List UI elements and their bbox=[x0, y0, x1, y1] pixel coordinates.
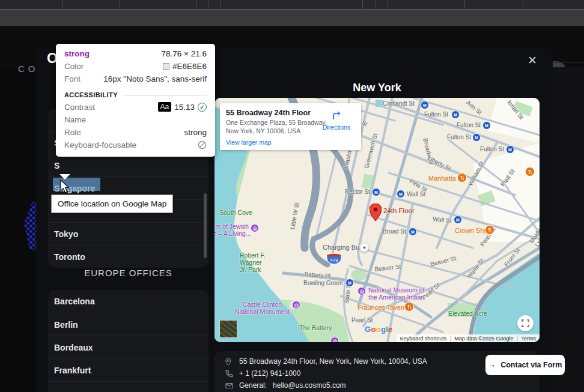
map-street-label: Rector St bbox=[345, 188, 370, 195]
museum-poi-icon[interactable] bbox=[330, 337, 339, 342]
not-focusable-icon bbox=[198, 140, 207, 149]
map-street-label: Fulton St bbox=[480, 146, 504, 152]
map-data-text: Map data ©2025 Google bbox=[450, 336, 517, 342]
contrast-pass-icon: ✓ bbox=[198, 103, 207, 112]
view-larger-map-link[interactable]: View larger map bbox=[226, 139, 355, 146]
map-poi-label[interactable]: Manhatta bbox=[428, 175, 456, 182]
office-row[interactable] bbox=[48, 381, 208, 392]
map-street-label: Bowling Green bbox=[303, 280, 343, 286]
map-pin-icon[interactable] bbox=[370, 204, 382, 221]
office-row-bordeaux[interactable]: Bordeaux bbox=[48, 336, 208, 358]
devtools-inspect-tooltip: strong 78.76 × 21.6 Color #E6E6E6 Font 1… bbox=[56, 44, 215, 157]
subway-station-badge[interactable]: M bbox=[372, 188, 380, 196]
contrast-value: Aa 15.13 ✓ bbox=[158, 102, 207, 112]
map-street-label: Cortlandt St bbox=[383, 100, 415, 107]
office-row-tokyo[interactable]: Tokyo bbox=[48, 222, 208, 245]
mail-icon bbox=[225, 382, 233, 390]
browser-tab-strip[interactable] bbox=[0, 0, 584, 9]
subway-station-badge[interactable]: M bbox=[472, 133, 481, 142]
google-logo[interactable]: Google bbox=[365, 325, 393, 334]
map-poi-label[interactable]: m of Jewish e – A Living... bbox=[214, 223, 251, 237]
map-street-label: Fulton St bbox=[457, 122, 481, 128]
tab-divider bbox=[120, 1, 120, 8]
office-contact-card: 55 Broadway 24th Floor, New York, New Yo… bbox=[214, 351, 540, 392]
europe-offices-heading: EUROPE OFFICES bbox=[48, 268, 208, 278]
svg-text:478: 478 bbox=[330, 258, 338, 263]
tab-divider bbox=[464, 1, 465, 8]
tab-divider bbox=[221, 1, 221, 8]
office-row-barcelona[interactable]: Barcelona bbox=[48, 290, 208, 313]
map-street-label: Charging Bull bbox=[323, 244, 362, 251]
contact-phone-row: + 1 (212) 941-1000 bbox=[225, 369, 300, 378]
subway-station-badge[interactable]: M bbox=[451, 110, 460, 119]
office-row-berlin[interactable]: Berlin bbox=[48, 313, 208, 336]
office-list-europe: Barcelona Berlin Bordeaux Frankfurt bbox=[48, 290, 208, 392]
tab-divider bbox=[376, 1, 376, 8]
map-info-card: 55 Broadway 24th Floor One Exchange Plaz… bbox=[220, 103, 361, 150]
map-street-label: Pearl St bbox=[351, 317, 373, 324]
map-street-label: Elevated Acre bbox=[448, 310, 487, 317]
museum-poi-icon[interactable] bbox=[357, 287, 366, 295]
role-value: strong bbox=[184, 128, 207, 137]
map-street-label: Wall St bbox=[407, 191, 425, 198]
landmark-poi-icon[interactable] bbox=[359, 243, 369, 252]
subway-station-badge[interactable]: M bbox=[454, 216, 462, 224]
museum-poi-icon[interactable] bbox=[292, 301, 300, 309]
subway-station-badge[interactable]: M bbox=[482, 121, 491, 130]
close-icon[interactable]: ✕ bbox=[528, 53, 537, 67]
arrow-right-icon: → bbox=[488, 361, 496, 369]
contact-email-row: General: hello@us.cosmo5.com bbox=[225, 381, 346, 390]
office-row-frankfurt[interactable]: Frankfurt bbox=[48, 358, 208, 381]
restaurant-poi-icon[interactable] bbox=[404, 302, 414, 312]
office-row[interactable]: S bbox=[48, 154, 208, 176]
restaurant-poi-icon[interactable] bbox=[525, 167, 535, 176]
subway-station-badge[interactable]: M bbox=[506, 145, 514, 154]
map-street-label: Robert F. Wagner Jr. Park bbox=[240, 252, 266, 273]
subway-station-badge[interactable]: M bbox=[421, 101, 429, 109]
terms-link[interactable]: Terms bbox=[517, 336, 540, 342]
map-attribution: Keyboard shortcuts Map data ©2025 Google… bbox=[397, 334, 540, 342]
google-map-embed[interactable]: Cortlandt StFulton StFulton StFulton StF… bbox=[214, 98, 540, 342]
city-title: New York bbox=[214, 82, 540, 94]
element-color-value: #E6E6E6 bbox=[163, 62, 207, 71]
fullscreen-button[interactable] bbox=[517, 315, 534, 331]
subway-station-badge[interactable]: M bbox=[409, 228, 417, 236]
tab-divider bbox=[388, 1, 388, 8]
map-poi-label[interactable]: Castle Clinton National Monument bbox=[235, 301, 290, 315]
map-street-label: Fulton St bbox=[424, 111, 448, 118]
list-scrollbar-thumb[interactable] bbox=[204, 193, 207, 258]
contact-address-row: 55 Broadway 24th Floor, New York, New Yo… bbox=[225, 357, 427, 366]
map-street-label: South Cove bbox=[219, 209, 252, 216]
tab-divider bbox=[62, 1, 62, 8]
element-dimensions: 78.76 × 21.6 bbox=[162, 49, 207, 58]
phone-icon bbox=[225, 370, 233, 378]
devtools-tooltip-arrow bbox=[59, 174, 70, 179]
restaurant-poi-icon[interactable] bbox=[457, 173, 467, 182]
tab-divider bbox=[362, 1, 363, 8]
browser-toolbar[interactable] bbox=[0, 9, 584, 26]
subway-station-badge[interactable]: M bbox=[345, 279, 354, 287]
map-street-label: The Battery bbox=[299, 324, 332, 331]
restaurant-poi-icon[interactable] bbox=[485, 225, 494, 235]
office-row-toronto[interactable]: Toronto bbox=[48, 245, 208, 268]
map-street-label: Fulton St bbox=[447, 134, 471, 140]
tab-divider bbox=[196, 1, 197, 8]
inspected-element-tag: strong bbox=[64, 49, 90, 58]
screen: COSMO5 Who We Are ⌄ What We Do ⌄ Our Wor… bbox=[0, 0, 584, 392]
satellite-layer-toggle[interactable] bbox=[219, 320, 237, 338]
museum-poi-icon[interactable] bbox=[251, 224, 259, 232]
keyboard-shortcuts-link[interactable]: Keyboard shortcuts bbox=[397, 336, 451, 342]
email-link[interactable]: hello@us.cosmo5.com bbox=[273, 381, 346, 390]
mouse-cursor bbox=[60, 179, 70, 194]
map-street-label: Broad St bbox=[383, 228, 406, 235]
accessibility-section-header: ACCESSIBILITY bbox=[64, 91, 207, 98]
directions-icon bbox=[331, 110, 342, 120]
map-poi-label[interactable]: 24th Floor bbox=[383, 207, 415, 214]
subway-station-badge[interactable]: M bbox=[397, 190, 405, 198]
map-poi-label[interactable]: Fraunces Tavern bbox=[357, 304, 407, 311]
directions-button[interactable]: Directions bbox=[319, 110, 354, 131]
map-poi-label[interactable]: National Museum of the American Indian bbox=[368, 286, 424, 301]
native-tooltip: Office location on Google Map bbox=[51, 194, 173, 213]
contact-via-form-button[interactable]: → Contact via Form bbox=[485, 355, 565, 375]
map-poi-label[interactable]: Crown Shy bbox=[455, 227, 487, 234]
